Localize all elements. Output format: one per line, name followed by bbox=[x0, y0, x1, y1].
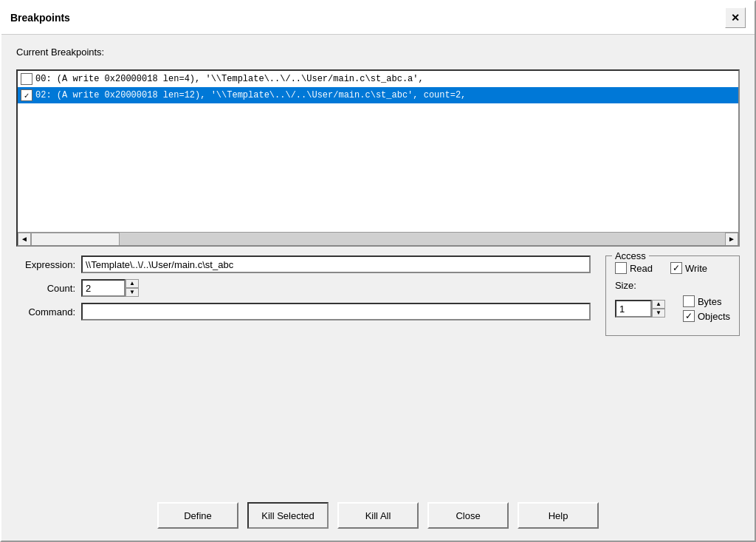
form-fields: Expression: Count: ▲ ▼ Command: bbox=[16, 255, 591, 320]
count-spinner-buttons: ▲ ▼ bbox=[126, 279, 139, 297]
access-group-title: Access bbox=[612, 250, 649, 261]
write-label: Write bbox=[685, 263, 707, 274]
count-down-button[interactable]: ▼ bbox=[126, 288, 139, 297]
bytes-checkbox-row[interactable]: Bytes bbox=[683, 295, 730, 307]
breakpoint-checkbox-1[interactable]: ✓ bbox=[21, 89, 32, 101]
breakpoints-dialog: Breakpoints ✕ Current Breakpoints: 00: (… bbox=[0, 0, 756, 542]
size-control-row: ▲ ▼ Bytes Objects bbox=[615, 295, 730, 322]
title-bar: Breakpoints ✕ bbox=[1, 1, 755, 35]
breakpoints-list-container: 00: (A write 0x20000018 len=4), '\\Templ… bbox=[16, 69, 740, 247]
close-window-button[interactable]: ✕ bbox=[725, 7, 746, 28]
access-group: Access Read Write Size: bbox=[605, 255, 740, 336]
expression-input[interactable] bbox=[81, 255, 591, 273]
breakpoints-section-label: Current Breakpoints: bbox=[16, 47, 740, 58]
count-up-button[interactable]: ▲ bbox=[126, 279, 139, 288]
count-input[interactable] bbox=[81, 279, 126, 297]
kill-all-button[interactable]: Kill All bbox=[337, 502, 419, 529]
read-checkbox-row[interactable]: Read bbox=[615, 262, 653, 274]
access-read-write-row: Read Write bbox=[615, 262, 730, 274]
scroll-left-button[interactable]: ◄ bbox=[18, 233, 31, 246]
size-options: Bytes Objects bbox=[683, 295, 730, 322]
horizontal-scrollbar: ◄ ► bbox=[18, 232, 738, 245]
count-spinner: ▲ ▼ bbox=[81, 279, 139, 297]
write-checkbox[interactable] bbox=[670, 262, 682, 274]
command-label: Command: bbox=[16, 306, 75, 318]
size-input[interactable] bbox=[615, 300, 652, 318]
objects-checkbox-row[interactable]: Objects bbox=[683, 310, 730, 322]
help-button[interactable]: Help bbox=[518, 502, 599, 529]
objects-checkbox[interactable] bbox=[683, 310, 695, 322]
bytes-label: Bytes bbox=[698, 296, 722, 307]
expression-row: Expression: bbox=[16, 255, 591, 273]
size-label: Size: bbox=[615, 280, 636, 291]
size-spinner: ▲ ▼ bbox=[615, 300, 665, 318]
objects-label: Objects bbox=[698, 311, 730, 322]
button-row: Define Kill Selected Kill All Close Help bbox=[1, 493, 755, 541]
scrollbar-track[interactable] bbox=[31, 233, 725, 246]
write-checkbox-row[interactable]: Write bbox=[670, 262, 707, 274]
breakpoint-text-0: 00: (A write 0x20000018 len=4), '\\Templ… bbox=[35, 74, 424, 84]
close-dialog-button[interactable]: Close bbox=[427, 502, 509, 529]
define-button[interactable]: Define bbox=[157, 502, 238, 529]
list-item-selected[interactable]: ✓ 02: (A write 0x20000018 len=12), '\\Te… bbox=[18, 87, 738, 103]
breakpoints-list[interactable]: 00: (A write 0x20000018 len=4), '\\Templ… bbox=[18, 71, 738, 232]
count-row: Count: ▲ ▼ bbox=[16, 279, 591, 297]
size-up-button[interactable]: ▲ bbox=[652, 300, 665, 309]
size-spinner-buttons: ▲ ▼ bbox=[652, 300, 665, 318]
command-input[interactable] bbox=[81, 303, 591, 320]
expression-label: Expression: bbox=[16, 259, 75, 270]
count-label: Count: bbox=[16, 283, 75, 294]
scrollbar-thumb[interactable] bbox=[31, 233, 120, 246]
bytes-checkbox[interactable] bbox=[683, 295, 695, 307]
size-down-button[interactable]: ▼ bbox=[652, 309, 665, 318]
form-section: Expression: Count: ▲ ▼ Command: bbox=[16, 255, 740, 336]
breakpoint-text-1: 02: (A write 0x20000018 len=12), '\\Temp… bbox=[35, 90, 466, 100]
list-item[interactable]: 00: (A write 0x20000018 len=4), '\\Templ… bbox=[18, 71, 738, 87]
command-row: Command: bbox=[16, 303, 591, 320]
breakpoint-checkbox-0[interactable] bbox=[21, 73, 32, 85]
dialog-title: Breakpoints bbox=[10, 12, 70, 24]
read-checkbox[interactable] bbox=[615, 262, 627, 274]
kill-selected-button[interactable]: Kill Selected bbox=[247, 502, 329, 529]
scroll-right-button[interactable]: ► bbox=[725, 233, 738, 246]
read-label: Read bbox=[630, 263, 653, 274]
dialog-content: Current Breakpoints: 00: (A write 0x2000… bbox=[1, 35, 755, 493]
size-row: Size: bbox=[615, 280, 730, 291]
